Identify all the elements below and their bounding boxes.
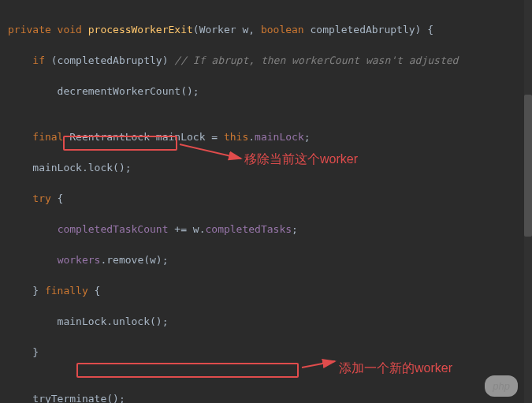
annotation-add-worker: 添加一个新的worker bbox=[339, 359, 452, 378]
watermark: php bbox=[485, 375, 518, 397]
code-line: workers.remove(w); bbox=[8, 252, 524, 268]
annotation-remove-worker: 移除当前这个worker bbox=[244, 150, 358, 169]
scroll-thumb[interactable] bbox=[524, 95, 532, 237]
code-line: private void processWorkerExit(Worker w,… bbox=[8, 22, 524, 38]
code-line: if (completedAbruptly) // If abrupt, the… bbox=[8, 53, 524, 69]
code-line: mainLock.unlock(); bbox=[8, 314, 524, 330]
scrollbar[interactable] bbox=[524, 0, 532, 403]
code-line: } bbox=[8, 345, 524, 360]
code-editor[interactable]: private void processWorkerExit(Worker w,… bbox=[8, 6, 524, 403]
code-line: decrementWorkerCount(); bbox=[8, 84, 524, 99]
code-line: completedTaskCount += w.completedTasks; bbox=[8, 222, 524, 237]
code-line: } finally { bbox=[8, 283, 524, 299]
code-line: final ReentrantLock mainLock = this.main… bbox=[8, 129, 524, 145]
code-line: tryTerminate(); bbox=[8, 391, 524, 404]
code-line: try { bbox=[8, 191, 524, 207]
